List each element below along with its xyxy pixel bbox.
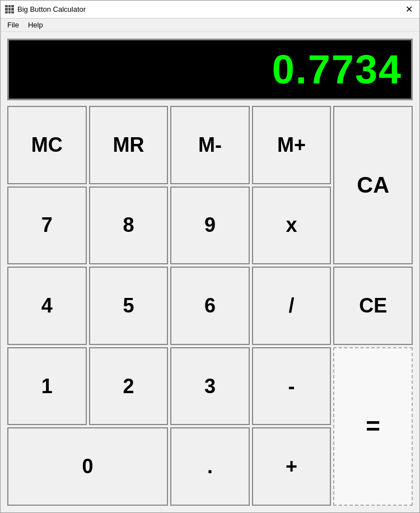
app-icon [5,5,14,14]
calculator-body: 0.7734 MC MR M- M+ CA 7 8 9 x 4 5 6 / CE… [1,32,419,512]
eight-button[interactable]: 8 [89,186,169,265]
calculator-window: Big Button Calculator ✕ File Help 0.7734… [0,0,420,513]
mc-button[interactable]: MC [7,106,87,184]
mminus-button[interactable]: M- [170,106,250,184]
plus-button[interactable]: + [252,427,332,506]
menu-help[interactable]: Help [24,20,48,30]
buttons-grid: MC MR M- M+ CA 7 8 9 x 4 5 6 / CE 1 2 3 … [7,106,413,506]
menu-file[interactable]: File [3,20,24,30]
menu-bar: File Help [1,18,419,32]
close-button[interactable]: ✕ [403,5,415,14]
one-button[interactable]: 1 [7,347,87,426]
title-bar-left: Big Button Calculator [5,5,86,14]
mplus-button[interactable]: M+ [252,106,332,184]
four-button[interactable]: 4 [7,267,87,345]
six-button[interactable]: 6 [170,267,250,345]
mr-button[interactable]: MR [89,106,169,184]
display: 0.7734 [7,39,413,100]
five-button[interactable]: 5 [89,267,169,345]
dot-button[interactable]: . [170,427,250,506]
zero-button[interactable]: 0 [7,427,168,506]
seven-button[interactable]: 7 [7,186,87,265]
minus-button[interactable]: - [252,347,332,426]
nine-button[interactable]: 9 [170,186,250,265]
multiply-button[interactable]: x [252,186,332,265]
window-title: Big Button Calculator [17,5,86,13]
three-button[interactable]: 3 [170,347,250,426]
equals-button[interactable]: = [333,347,413,506]
two-button[interactable]: 2 [89,347,169,426]
title-bar: Big Button Calculator ✕ [1,1,419,18]
divide-button[interactable]: / [252,267,332,345]
display-value: 0.7734 [272,46,402,92]
ca-button[interactable]: CA [333,106,413,264]
ce-button[interactable]: CE [333,267,413,345]
